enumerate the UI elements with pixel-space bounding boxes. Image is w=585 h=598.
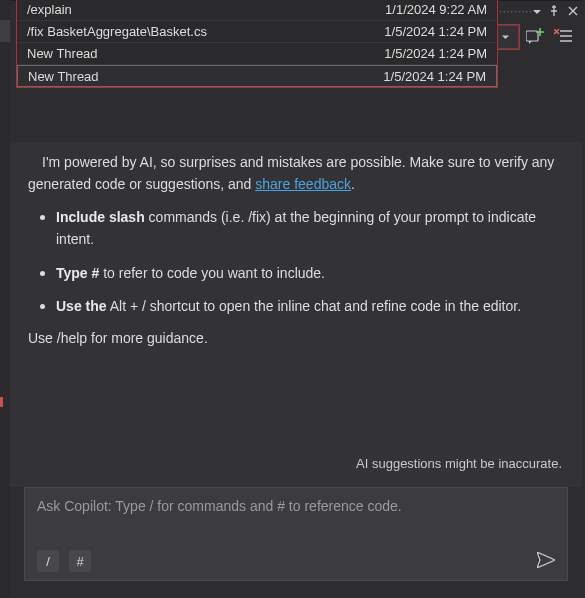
ai-disclaimer: AI suggestions might be inaccurate. bbox=[28, 450, 564, 479]
thread-timestamp: 1/5/2024 1:24 PM bbox=[384, 24, 487, 39]
outro-text: Use /help for more guidance. bbox=[28, 328, 564, 350]
thread-timestamp: 1/1/2024 9:22 AM bbox=[385, 2, 487, 17]
slash-command-chip[interactable]: / bbox=[37, 550, 59, 572]
new-thread-icon[interactable] bbox=[526, 28, 544, 47]
thread-name: New Thread bbox=[28, 69, 99, 84]
thread-item[interactable]: New Thread 1/5/2024 1:24 PM bbox=[17, 43, 497, 65]
thread-dropdown-list: /explain 1/1/2024 9:22 AM /fix BasketAgg… bbox=[16, 0, 498, 88]
hash-reference-chip[interactable]: # bbox=[69, 550, 91, 572]
editor-left-rail bbox=[0, 0, 10, 598]
thread-item[interactable]: /fix BasketAggregate\Basket.cs 1/5/2024 … bbox=[17, 21, 497, 43]
thread-timestamp: 1/5/2024 1:24 PM bbox=[383, 69, 486, 84]
tip-item: Use the Alt + / shortcut to open the inl… bbox=[56, 294, 564, 318]
thread-timestamp: 1/5/2024 1:24 PM bbox=[384, 46, 487, 61]
chat-input-box[interactable]: Ask Copilot: Type / for commands and # t… bbox=[24, 487, 568, 581]
thread-name: /fix BasketAggregate\Basket.cs bbox=[27, 24, 207, 39]
send-icon[interactable] bbox=[537, 552, 555, 571]
panel-menu-caret-icon[interactable] bbox=[533, 4, 541, 19]
copilot-chat-panel: GitHub Copilot Chat ····················… bbox=[10, 0, 582, 595]
share-feedback-link[interactable]: share feedback bbox=[255, 176, 351, 192]
chat-content-area: I'm powered by AI, so surprises and mist… bbox=[10, 142, 582, 487]
thread-item[interactable]: New Thread 1/5/2024 1:24 PM bbox=[17, 65, 497, 87]
thread-item[interactable]: /explain 1/1/2024 9:22 AM bbox=[17, 0, 497, 21]
tip-item: Include slash commands (i.e. /fix) at th… bbox=[56, 205, 564, 250]
tip-item: Type # to refer to code you want to incl… bbox=[56, 261, 564, 285]
chevron-down-icon bbox=[501, 30, 510, 45]
pin-icon[interactable] bbox=[549, 4, 560, 19]
chat-input-placeholder: Ask Copilot: Type / for commands and # t… bbox=[37, 498, 555, 538]
thread-name: New Thread bbox=[27, 46, 98, 61]
welcome-message: I'm powered by AI, so surprises and mist… bbox=[28, 152, 564, 450]
thread-name: /explain bbox=[27, 2, 72, 17]
clear-threads-icon[interactable] bbox=[554, 29, 572, 46]
close-icon[interactable] bbox=[568, 4, 578, 19]
